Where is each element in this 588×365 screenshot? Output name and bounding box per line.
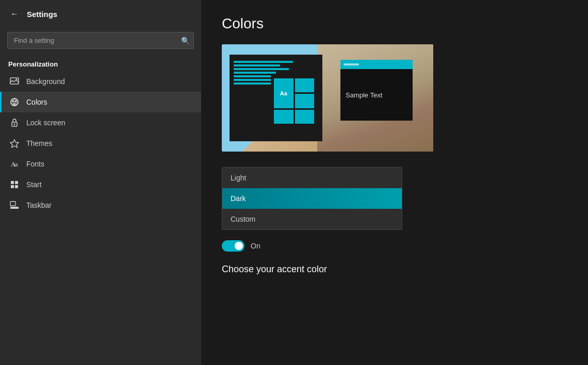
sidebar-header: ← Settings (0, 0, 201, 28)
svg-rect-13 (15, 185, 18, 188)
svg-rect-12 (11, 185, 14, 188)
transparency-row: On (222, 240, 567, 252)
preview-line (234, 72, 276, 74)
preview-line (234, 61, 293, 63)
themes-icon (10, 139, 19, 148)
mode-option-light[interactable]: Light (222, 168, 402, 188)
mode-option-dark[interactable]: Dark (222, 188, 402, 209)
sidebar-item-label: Taskbar (26, 201, 52, 209)
preview-line (234, 68, 289, 70)
preview-tile-small (295, 78, 315, 92)
search-box: 🔍 (7, 32, 194, 49)
sidebar-item-label: Fonts (26, 160, 44, 168)
svg-point-7 (14, 124, 15, 125)
preview-tile-large: Aa (274, 78, 293, 108)
back-icon: ← (10, 9, 19, 19)
preview-titlebar-dots (344, 63, 359, 65)
preview-tile-panel: Aa (271, 75, 317, 127)
transparency-label: On (251, 242, 260, 250)
colors-icon (10, 97, 19, 107)
mode-option-custom[interactable]: Custom (222, 209, 402, 229)
transparency-toggle[interactable] (222, 240, 244, 252)
search-input[interactable] (7, 32, 194, 49)
preview-sample-text: Sample Text (346, 91, 382, 99)
sidebar-item-background[interactable]: Background (0, 71, 201, 92)
preview-panel: Aa Sample Text (222, 44, 433, 152)
fonts-icon: A a (10, 159, 19, 169)
preview-titlebar (340, 60, 413, 69)
svg-point-3 (12, 101, 14, 102)
section-label: Personalization (0, 56, 201, 71)
taskbar-icon (10, 201, 19, 210)
preview-tile-small (274, 110, 293, 124)
sidebar-item-themes[interactable]: Themes (0, 133, 201, 154)
start-icon (10, 180, 19, 189)
sidebar-item-taskbar[interactable]: Taskbar (0, 195, 201, 215)
sidebar-item-start[interactable]: Start (0, 174, 201, 195)
svg-rect-14 (10, 207, 19, 209)
background-icon (10, 77, 19, 86)
svg-text:a: a (15, 162, 18, 168)
svg-rect-10 (11, 181, 14, 184)
preview-background: Aa Sample Text (222, 44, 433, 152)
preview-tile-small (295, 110, 315, 124)
svg-rect-15 (10, 202, 15, 206)
preview-window-body: Sample Text (340, 69, 413, 121)
search-button[interactable]: 🔍 (181, 37, 190, 45)
search-icon: 🔍 (181, 37, 190, 45)
preview-line (234, 79, 272, 81)
sidebar-item-colors[interactable]: Colors (0, 92, 201, 112)
mode-dropdown: Light Dark Custom (222, 167, 402, 230)
svg-point-4 (15, 101, 17, 102)
preview-tile-small (295, 94, 315, 108)
main-content: Colors Aa (201, 0, 588, 365)
sidebar-item-label: Background (26, 77, 65, 86)
svg-point-5 (14, 104, 15, 105)
sidebar-item-label: Colors (26, 98, 47, 106)
sidebar-item-label: Start (26, 180, 42, 189)
sidebar: ← Settings 🔍 Personalization Background (0, 0, 201, 365)
preview-right-panel: Sample Text (340, 60, 413, 121)
sidebar-item-label: Lock screen (26, 119, 65, 127)
preview-tile-grid: Aa (271, 75, 317, 127)
app-title: Settings (27, 10, 57, 19)
accent-color-title: Choose your accent color (222, 264, 567, 275)
sidebar-item-fonts[interactable]: A a Fonts (0, 154, 201, 174)
toggle-knob (235, 242, 243, 250)
lock-screen-icon (10, 118, 19, 127)
svg-rect-11 (15, 181, 18, 184)
sidebar-item-lock-screen[interactable]: Lock screen (0, 112, 201, 133)
back-button[interactable]: ← (8, 7, 21, 21)
preview-line (234, 64, 280, 67)
page-title: Colors (222, 15, 567, 32)
sidebar-item-label: Themes (26, 139, 53, 147)
svg-point-1 (16, 79, 18, 80)
